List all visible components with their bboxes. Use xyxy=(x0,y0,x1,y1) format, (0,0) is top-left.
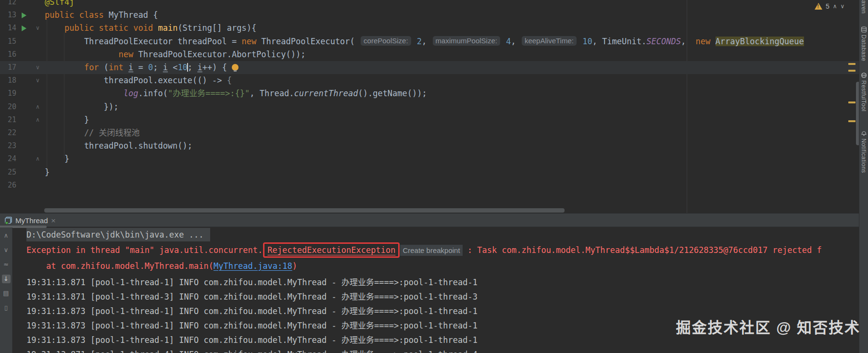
error-stripe-mark[interactable] xyxy=(848,63,855,65)
chevron-up-icon[interactable]: ∧ xyxy=(833,3,837,10)
code-text: threadPool.execute(() -> { xyxy=(45,74,232,87)
gutter[interactable]: 18∨ xyxy=(0,74,44,87)
soft-wrap-icon[interactable]: ≈ xyxy=(2,260,11,269)
code-token: for xyxy=(84,63,99,72)
code-token: ++) { xyxy=(202,63,232,72)
line-number[interactable]: 25 xyxy=(0,166,16,179)
line-number[interactable]: 15 xyxy=(0,35,16,48)
code-line[interactable]: 16 new ThreadPoolExecutor.AbortPolicy())… xyxy=(0,48,859,61)
line-number[interactable]: 21 xyxy=(0,113,16,126)
code-token: i xyxy=(163,63,168,72)
fold-down-icon[interactable]: ∨ xyxy=(36,74,40,87)
gutter[interactable]: 12 xyxy=(0,0,44,9)
inspections-widget[interactable]: 5 ∧ ∨ xyxy=(815,1,844,11)
gutter[interactable]: 16 xyxy=(0,48,44,61)
code-line[interactable]: 21∧ } xyxy=(0,113,859,126)
code-token: currentThread xyxy=(294,88,358,98)
gutter[interactable]: 21∧ xyxy=(0,113,44,126)
error-stripe-mark[interactable] xyxy=(848,120,855,122)
gutter[interactable]: 20∧ xyxy=(0,101,44,113)
console-text: at com.zhifou.model.MyThread.main( xyxy=(26,261,214,271)
stripe-item-notifications[interactable]: Notifications xyxy=(860,139,867,173)
line-number[interactable]: 18 xyxy=(0,74,16,87)
line-number[interactable]: 26 xyxy=(0,179,16,192)
code-text: public class MyThread { xyxy=(45,9,158,22)
create-breakpoint-hint[interactable]: Create breakpoint xyxy=(400,245,462,256)
line-number[interactable]: 23 xyxy=(0,139,16,152)
line-number[interactable]: 13 xyxy=(0,9,16,22)
code-token: }); xyxy=(45,102,119,112)
code-line[interactable]: 18∨ threadPool.execute(() -> { xyxy=(0,74,859,87)
fold-down-icon[interactable]: ∨ xyxy=(36,22,40,35)
code-text: } xyxy=(45,113,89,126)
error-stripe-mark[interactable] xyxy=(848,101,855,103)
stripe-item-database[interactable]: Database xyxy=(860,35,867,61)
line-number[interactable]: 24 xyxy=(0,152,16,165)
gutter[interactable]: 26 xyxy=(0,179,44,192)
scroll-end-icon[interactable]: ↓ xyxy=(2,275,11,283)
chevron-down-icon[interactable]: ∨ xyxy=(841,3,845,10)
code-token: i xyxy=(197,63,202,72)
print-icon[interactable]: ▤ xyxy=(2,289,11,298)
code-line[interactable]: 17∨ for (int i = 0; i <10; i++) { xyxy=(0,61,859,74)
line-number[interactable]: 17 xyxy=(0,61,16,74)
gutter[interactable]: 25 xyxy=(0,166,44,179)
gutter[interactable]: 19 xyxy=(0,87,44,100)
code-editor[interactable]: 12@Slf4j13public class MyThread {14∨ pub… xyxy=(0,0,859,213)
line-number[interactable]: 16 xyxy=(0,48,16,61)
fold-down-icon[interactable]: ∨ xyxy=(36,61,40,74)
run-icon[interactable] xyxy=(22,25,26,31)
code-text: log.info("办理业务====>:{}", Thread.currentT… xyxy=(45,87,427,100)
run-icon[interactable] xyxy=(22,13,26,18)
line-number[interactable]: 14 xyxy=(0,22,16,35)
horizontal-scrollbar[interactable] xyxy=(44,208,565,213)
code-token: threadPool.shutdown(); xyxy=(45,141,192,151)
code-line[interactable]: 14∨ public static void main(String[] arg… xyxy=(0,22,859,35)
code-token: keepAliveTime: xyxy=(522,36,577,46)
stripe-item-restfultool[interactable]: RestfulTool xyxy=(860,80,867,112)
line-number[interactable]: 20 xyxy=(0,101,16,113)
code-line[interactable]: 25} xyxy=(0,166,859,179)
gutter[interactable]: 14∨ xyxy=(0,22,44,35)
stacktrace-link[interactable]: MyThread.java:18 xyxy=(214,261,292,271)
gutter[interactable]: 17∨ xyxy=(0,61,44,74)
gutter[interactable]: 22 xyxy=(0,126,44,139)
line-number[interactable]: 12 xyxy=(0,0,16,9)
code-token: 10 xyxy=(578,37,592,46)
console-line: D:\CodeSoftware\jdk\bin\java.exe ... xyxy=(26,228,859,241)
fold-up-icon[interactable]: ∧ xyxy=(36,101,40,113)
down-stack-icon[interactable]: ∨ xyxy=(2,246,11,254)
code-line[interactable]: 22 // 关闭线程池 xyxy=(0,126,859,139)
code-line[interactable]: 23 threadPool.shutdown(); xyxy=(0,139,859,152)
code-text: for (int i = 0; i <10; i++) { xyxy=(45,61,239,74)
gutter[interactable]: 24∧ xyxy=(0,152,44,165)
code-line[interactable]: 15 ThreadPoolExecutor threadPool = new T… xyxy=(0,35,859,48)
fold-up-icon[interactable]: ∧ xyxy=(36,152,40,165)
error-stripe-mark[interactable] xyxy=(848,70,855,72)
code-line[interactable]: 13public class MyThread { xyxy=(0,9,859,22)
exception-class-link[interactable]: RejectedExecutionException xyxy=(263,242,400,258)
tab-mythread[interactable]: MyThread × xyxy=(2,214,59,227)
code-line[interactable]: 12@Slf4j xyxy=(0,0,859,9)
up-stack-icon[interactable]: ∧ xyxy=(2,231,11,240)
code-line[interactable]: 20∧ }); xyxy=(0,101,859,113)
gutter[interactable]: 15 xyxy=(0,35,44,48)
code-line[interactable]: 26 xyxy=(0,179,859,192)
fold-up-icon[interactable]: ∧ xyxy=(36,113,40,126)
clear-icon[interactable]: ▯ xyxy=(2,303,11,312)
close-icon[interactable]: × xyxy=(51,217,56,224)
code-text: // 关闭线程池 xyxy=(45,126,140,139)
code-line[interactable]: 24∧ } xyxy=(0,152,859,165)
stripe-item-maven[interactable]: Maven xyxy=(860,0,867,14)
code-line[interactable]: 19 log.info("办理业务====>:{}", Thread.curre… xyxy=(0,87,859,100)
code-text: } xyxy=(45,166,50,179)
watermark: 掘金技术社区 @ 知否技术 xyxy=(676,315,860,337)
intention-bulb-icon[interactable] xyxy=(232,64,239,71)
gutter[interactable]: 13 xyxy=(0,9,44,22)
code-text: } xyxy=(45,152,69,165)
code-text: }); xyxy=(45,101,119,113)
line-number[interactable]: 19 xyxy=(0,87,16,100)
code-token: public class xyxy=(45,10,104,20)
line-number[interactable]: 22 xyxy=(0,126,16,139)
gutter[interactable]: 23 xyxy=(0,139,44,152)
